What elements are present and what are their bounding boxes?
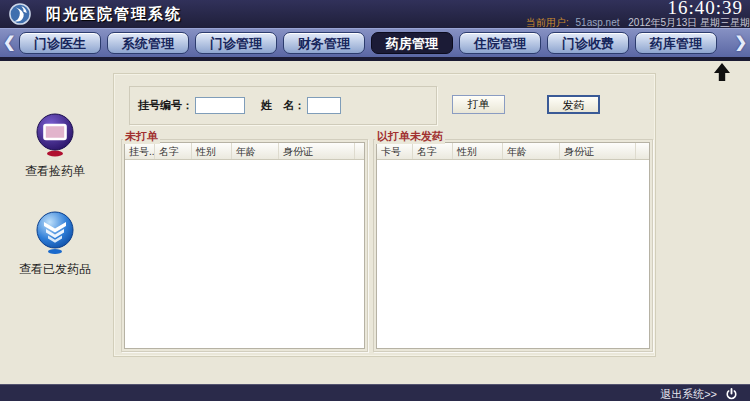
printed-undispensed-grid[interactable]: 卡号 名字 性别 年龄 身份证 bbox=[376, 142, 650, 349]
group-unprinted-body: 挂号... 名字 性别 年龄 身份证 bbox=[121, 139, 368, 352]
tab-outpatient-doctor[interactable]: 门诊医生 bbox=[19, 32, 101, 54]
app-title: 阳光医院管理系统 bbox=[46, 5, 182, 24]
tab-outpatient-billing[interactable]: 门诊收费 bbox=[547, 32, 629, 54]
tab-outpatient-management[interactable]: 门诊管理 bbox=[195, 32, 277, 54]
nav-tab-bar: ❮ 门诊医生 系统管理 门诊管理 财务管理 药房管理 住院管理 门诊收费 药库管… bbox=[0, 28, 750, 61]
exit-system-link[interactable]: 退出系统>> bbox=[660, 387, 717, 401]
pharmacy-work-panel: 挂号编号： 姓 名： 打单 发药 未打单 挂号... 名字 性别 年龄 身份证 … bbox=[113, 73, 656, 357]
group-unprinted-orders: 未打单 挂号... 名字 性别 年龄 身份证 bbox=[121, 132, 368, 352]
current-user-label: 当前用户: bbox=[526, 17, 569, 28]
current-user-value: 51asp.net bbox=[576, 17, 620, 28]
sidebar-item-view-pick-list[interactable]: 查看捡药单 bbox=[0, 112, 110, 180]
tab-scroll-left-icon[interactable]: ❮ bbox=[3, 33, 16, 51]
column-header-age[interactable]: 年龄 bbox=[232, 143, 279, 159]
column-header-age[interactable]: 年龄 bbox=[503, 143, 560, 159]
tab-inpatient-management[interactable]: 住院管理 bbox=[459, 32, 541, 54]
patient-search-form: 挂号编号： 姓 名： bbox=[129, 86, 437, 125]
grid-header: 卡号 名字 性别 年龄 身份证 bbox=[377, 143, 649, 160]
registration-no-input[interactable] bbox=[195, 97, 245, 114]
print-order-button[interactable]: 打单 bbox=[452, 95, 505, 114]
sidebar-item-label: 查看已发药品 bbox=[0, 261, 110, 278]
column-header-idcard[interactable]: 身份证 bbox=[560, 143, 636, 159]
unprinted-orders-grid[interactable]: 挂号... 名字 性别 年龄 身份证 bbox=[124, 142, 365, 349]
tab-system-management[interactable]: 系统管理 bbox=[107, 32, 189, 54]
current-date: 2012年5月13日 星期三星期 bbox=[628, 17, 750, 28]
column-header-gender[interactable]: 性别 bbox=[192, 143, 232, 159]
group-printed-title: 以打单未发药 bbox=[375, 129, 445, 144]
grid-body-empty[interactable] bbox=[125, 160, 364, 348]
column-header-cardno[interactable]: 卡号 bbox=[377, 143, 413, 159]
tab-drug-storehouse[interactable]: 药库管理 bbox=[635, 32, 717, 54]
collapse-panel-arrow-icon[interactable] bbox=[712, 62, 732, 82]
prescription-note-icon bbox=[35, 112, 75, 162]
sidebar-item-label: 查看捡药单 bbox=[0, 163, 110, 180]
grid-header: 挂号... 名字 性别 年龄 身份证 bbox=[125, 143, 364, 160]
column-header-idcard[interactable]: 身份证 bbox=[279, 143, 355, 159]
app-logo-icon bbox=[9, 3, 31, 25]
column-header-name[interactable]: 名字 bbox=[413, 143, 453, 159]
sidebar-item-view-dispensed[interactable]: 查看已发药品 bbox=[0, 210, 110, 278]
grid-body-empty[interactable] bbox=[377, 160, 649, 348]
registration-no-label: 挂号编号： bbox=[138, 98, 193, 113]
nav-tabs: 门诊医生 系统管理 门诊管理 财务管理 药房管理 住院管理 门诊收费 药库管理 bbox=[19, 32, 717, 54]
title-bar: 阳光医院管理系统 16:40:39 当前用户: 51asp.net 2012年5… bbox=[0, 0, 750, 28]
tab-finance-management[interactable]: 财务管理 bbox=[283, 32, 365, 54]
status-footer: 退出系统>> bbox=[0, 384, 750, 401]
dispense-medicine-button[interactable]: 发药 bbox=[547, 95, 600, 114]
dispensed-medicine-icon bbox=[35, 210, 75, 260]
column-header-filler bbox=[355, 143, 364, 159]
column-header-gender[interactable]: 性别 bbox=[453, 143, 503, 159]
power-icon[interactable] bbox=[725, 387, 738, 400]
column-header-filler bbox=[636, 143, 649, 159]
group-printed-undispensed: 以打单未发药 卡号 名字 性别 年龄 身份证 bbox=[373, 132, 653, 352]
patient-name-input[interactable] bbox=[307, 97, 341, 114]
tab-pharmacy-management[interactable]: 药房管理 bbox=[371, 32, 453, 54]
group-printed-body: 卡号 名字 性别 年龄 身份证 bbox=[373, 139, 653, 352]
tab-scroll-right-icon[interactable]: ❯ bbox=[734, 33, 747, 51]
column-header-regno[interactable]: 挂号... bbox=[125, 143, 155, 159]
patient-name-label: 姓 名： bbox=[261, 98, 305, 113]
group-unprinted-title: 未打单 bbox=[123, 129, 160, 144]
column-header-name[interactable]: 名字 bbox=[155, 143, 192, 159]
